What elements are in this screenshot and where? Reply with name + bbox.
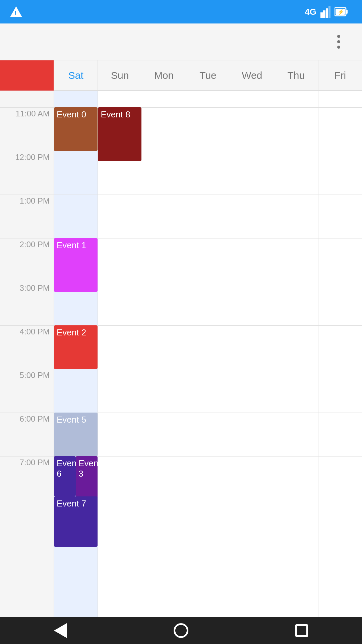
- time-slot-7: 6:00 PM: [0, 413, 54, 456]
- day-headers: SatSunMonTueWedThuFri: [54, 60, 362, 90]
- day-column-sat: Event 0Event 1Event 2Event 5Event 6Event…: [54, 91, 98, 617]
- hour-cell-fri-5: [318, 325, 362, 369]
- event-event8[interactable]: Event 8: [98, 107, 141, 161]
- back-button[interactable]: [47, 617, 74, 644]
- hour-cell-fri-1: [318, 151, 362, 195]
- day-header-fri[interactable]: Fri: [318, 60, 362, 90]
- hour-cell-sun-5: [98, 325, 141, 369]
- hour-cell-sat-6: [54, 369, 98, 413]
- hour-cell-thu-4: [274, 282, 318, 325]
- status-bar: 4G ⚡: [0, 0, 362, 23]
- hour-cell-sun-4: [98, 282, 141, 325]
- time-slot-0: 11:00 AM: [0, 107, 54, 151]
- hour-cell-tue-4: [186, 282, 230, 325]
- time-slot-3: 2:00 PM: [0, 238, 54, 282]
- svg-rect-2: [326, 8, 328, 18]
- three-dots-icon: [337, 35, 340, 49]
- hour-cell-sun-6: [98, 369, 141, 413]
- day-partial-top-mon: [142, 91, 186, 107]
- time-gutter: 11:00 AM12:00 PM1:00 PM2:00 PM3:00 PM4:0…: [0, 91, 54, 617]
- day-header-mon[interactable]: Mon: [142, 60, 186, 90]
- home-icon: [174, 623, 188, 638]
- hour-cell-mon-7: [142, 413, 186, 456]
- hour-cell-fri-8: [318, 456, 362, 500]
- week-header: SatSunMonTueWedThuFri: [0, 60, 362, 91]
- day-partial-top-fri: [318, 91, 362, 107]
- hour-cell-sat-2: [54, 195, 98, 238]
- day-partial-top-sun: [98, 91, 141, 107]
- day-partial-top-tue: [186, 91, 230, 107]
- calendar-body: 11:00 AM12:00 PM1:00 PM2:00 PM3:00 PM4:0…: [0, 91, 362, 617]
- hour-cell-wed-2: [230, 195, 274, 238]
- hour-cell-thu-0: [274, 107, 318, 151]
- toolbar: [0, 23, 362, 60]
- status-bar-left: [10, 0, 22, 23]
- day-header-wed[interactable]: Wed: [230, 60, 274, 90]
- day-column-tue: [186, 91, 230, 617]
- hour-cell-thu-2: [274, 195, 318, 238]
- day-column-wed: [230, 91, 274, 617]
- hour-cell-wed-6: [230, 369, 274, 413]
- event-event0[interactable]: Event 0: [54, 107, 98, 151]
- svg-rect-1: [323, 10, 325, 18]
- alert-triangle-icon: [10, 6, 22, 18]
- hour-cell-sat-1: [54, 151, 98, 195]
- hour-cell-tue-1: [186, 151, 230, 195]
- hour-cell-tue-8: [186, 456, 230, 500]
- time-slot-8: 7:00 PM: [0, 456, 54, 500]
- time-slot-2: 1:00 PM: [0, 195, 54, 238]
- hour-cell-wed-7: [230, 413, 274, 456]
- event-event2[interactable]: Event 2: [54, 325, 98, 369]
- day-column-thu: [274, 91, 318, 617]
- home-button[interactable]: [168, 617, 194, 644]
- hour-cell-sun-3: [98, 238, 141, 282]
- hour-cell-wed-8: [230, 456, 274, 500]
- hour-cell-fri-7: [318, 413, 362, 456]
- svg-rect-0: [320, 12, 323, 18]
- hour-cell-sun-7: [98, 413, 141, 456]
- day-header-tue[interactable]: Tue: [186, 60, 230, 90]
- hour-cell-tue-6: [186, 369, 230, 413]
- hour-cell-thu-5: [274, 325, 318, 369]
- hour-cell-mon-2: [142, 195, 186, 238]
- event-event7[interactable]: Event 7: [54, 496, 98, 547]
- day-header-sat[interactable]: Sat: [54, 60, 98, 90]
- hour-cell-mon-6: [142, 369, 186, 413]
- hour-cell-fri-4: [318, 282, 362, 325]
- time-slot-1: 12:00 PM: [0, 151, 54, 195]
- event-event1[interactable]: Event 1: [54, 238, 98, 292]
- hour-cell-mon-4: [142, 282, 186, 325]
- status-icons: 4G ⚡: [305, 6, 352, 18]
- hour-cell-wed-0: [230, 107, 274, 151]
- hour-cell-thu-1: [274, 151, 318, 195]
- hour-cell-sun-2: [98, 195, 141, 238]
- hour-cell-wed-1: [230, 151, 274, 195]
- hour-cell-mon-8: [142, 456, 186, 500]
- svg-text:⚡: ⚡: [338, 9, 344, 15]
- hour-cell-tue-0: [186, 107, 230, 151]
- signal-icon: 4G: [305, 7, 316, 17]
- drag-me-button[interactable]: [0, 60, 54, 91]
- hour-cell-fri-0: [318, 107, 362, 151]
- hour-cell-tue-2: [186, 195, 230, 238]
- overflow-menu-button[interactable]: [328, 32, 349, 52]
- day-column-mon: [142, 91, 186, 617]
- hour-cell-thu-8: [274, 456, 318, 500]
- day-partial-top-wed: [230, 91, 274, 107]
- hour-cell-mon-3: [142, 238, 186, 282]
- day-header-sun[interactable]: Sun: [98, 60, 141, 90]
- recent-apps-button[interactable]: [288, 617, 315, 644]
- hour-cell-wed-5: [230, 325, 274, 369]
- day-header-thu[interactable]: Thu: [274, 60, 318, 90]
- event-event6[interactable]: Event 6: [54, 456, 76, 496]
- recent-apps-icon: [295, 624, 308, 637]
- hour-cell-tue-3: [186, 238, 230, 282]
- time-partial-top: [0, 91, 54, 107]
- bottom-nav: [0, 617, 362, 644]
- hour-cell-mon-5: [142, 325, 186, 369]
- hour-cell-wed-3: [230, 238, 274, 282]
- event-event5[interactable]: Event 5: [54, 413, 98, 456]
- hour-cell-thu-6: [274, 369, 318, 413]
- day-partial-top-sat: [54, 91, 98, 107]
- time-slot-4: 3:00 PM: [0, 282, 54, 325]
